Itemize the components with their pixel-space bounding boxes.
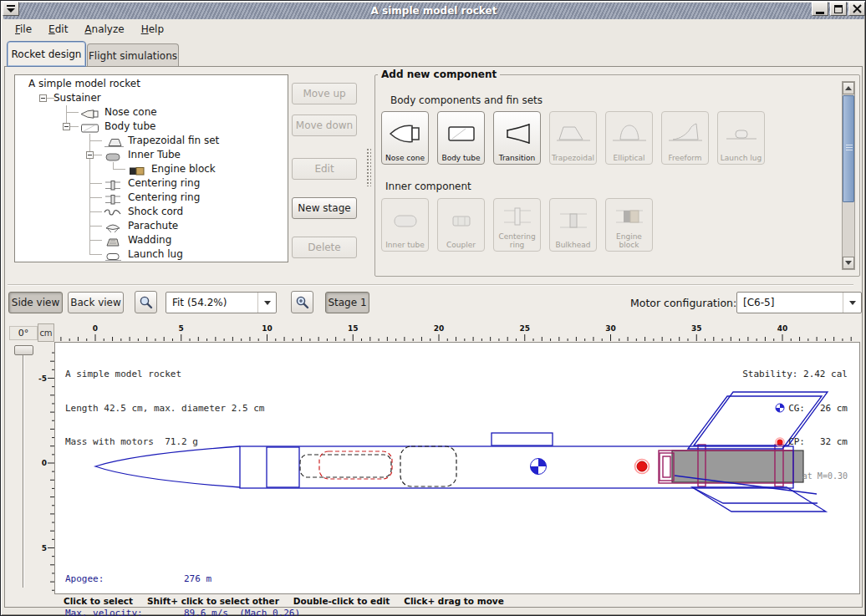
rocket-figure-canvas[interactable]: A simple model rocket Length 42.5 cm, ma… [54, 342, 860, 594]
cg-row: CG: 26 cm [742, 403, 848, 415]
chevron-down-icon [257, 293, 276, 313]
tab-rocket-design[interactable]: Rocket design [7, 41, 86, 67]
trapezoidal-icon [555, 114, 592, 154]
launch-lug-outline[interactable] [492, 433, 553, 445]
stability-line: Stability: 2.42 cal [742, 369, 848, 380]
tree-item-inner-tube[interactable]: Inner Tube [15, 148, 288, 162]
menu-edit[interactable]: Edit [41, 22, 75, 37]
chevron-down-icon [843, 293, 861, 313]
cp-marker [635, 460, 650, 474]
cg-value: 26 cm [808, 403, 848, 415]
max-velocity-label: Max. velocity: [65, 608, 184, 616]
tree-item-label: Sustainer [53, 92, 101, 104]
status-hint: Click+ drag to move [404, 596, 504, 606]
component-panel-scrollbar[interactable] [842, 81, 855, 270]
side-view-button[interactable]: Side view [8, 292, 63, 313]
window-menu-button[interactable] [3, 2, 19, 16]
status-hint: Double-click to edit [293, 596, 390, 606]
motor-configuration-value: [C6-5] [737, 297, 843, 308]
add-coupler-button: Coupler [437, 198, 485, 252]
stage-1-toggle[interactable]: Stage 1 [325, 292, 369, 313]
maximize-button[interactable] [830, 2, 847, 16]
move-up-button: Move up [292, 83, 357, 104]
freeform-icon [667, 114, 704, 154]
add-freeform-button: Freeform [661, 111, 709, 165]
tree-item-label: Centering ring [128, 191, 200, 203]
add-body-tube-button[interactable]: Body tube [437, 111, 485, 165]
cp-icon [775, 437, 785, 447]
new-stage-button[interactable]: New stage [292, 197, 357, 219]
tree-item-sustainer[interactable]: Sustainer [15, 91, 288, 105]
arrow-up-icon [845, 86, 852, 90]
tree-item-centering-ring[interactable]: Centering ring [15, 176, 288, 191]
shock-cord-outline[interactable] [300, 455, 391, 477]
add-nose-cone-button[interactable]: Nose cone [381, 111, 429, 165]
body-components-row: Nose coneBody tubeTransitionTrapezoidalE… [381, 111, 765, 165]
stability-info: Stability: 2.42 cal CG: 26 cm CP: 32 cm … [742, 346, 848, 504]
apogee-label: Apogee: [65, 573, 184, 585]
tree-item-shock-cord[interactable]: Shock cord [15, 205, 288, 219]
magnifier-plus-icon [295, 295, 309, 309]
tree-item-nose-cone[interactable]: Nose cone [15, 105, 288, 120]
menu-help[interactable]: Help [134, 22, 171, 37]
ruler-unit-label: cm [38, 323, 54, 342]
minimize-icon [816, 12, 824, 14]
close-button[interactable] [848, 2, 865, 16]
tree-item-parachute[interactable]: Parachute [15, 219, 288, 233]
cp-value: 32 cm [808, 436, 848, 448]
wadding-outline[interactable] [400, 446, 456, 486]
back-view-button[interactable]: Back view [68, 292, 124, 313]
body-components-label: Body components and fin sets [390, 94, 543, 106]
nose-shoulder[interactable] [267, 447, 299, 487]
window-title: A simple model rocket [3, 5, 864, 17]
scroll-down-button[interactable] [843, 257, 854, 269]
scroll-up-button[interactable] [843, 82, 854, 94]
scrollbar-thumb[interactable] [843, 95, 854, 202]
zoom-level-combobox[interactable]: Fit (54.2%) [166, 292, 277, 313]
tree-expander-minus[interactable] [63, 123, 70, 130]
add-bulkhead-button: Bulkhead [549, 198, 597, 252]
centering-ring-icon [103, 192, 125, 203]
motor-configuration-combobox[interactable]: [C6-5] [736, 292, 862, 313]
shock-cord-icon [103, 206, 125, 217]
flight-info: Apogee: 276 m Max. velocity: 89.6 m/s (M… [65, 551, 300, 616]
svg-text:15: 15 [348, 324, 359, 333]
zoom-out-button[interactable] [135, 291, 157, 313]
rocket-mass-line: Mass with motors 71.2 g [65, 436, 264, 448]
svg-text:30: 30 [605, 324, 616, 333]
tree-item-label: Parachute [128, 220, 178, 232]
component-tree[interactable]: A simple model rocketSustainerNose coneB… [14, 74, 288, 262]
parachute-outline[interactable] [319, 451, 392, 479]
tree-item-trapezoidal-fin-set[interactable]: Trapezoidal fin set [15, 134, 288, 148]
svg-text:5: 5 [179, 324, 184, 333]
parachute-icon [103, 221, 125, 232]
tree-item-launch-lug[interactable]: Launch lug [15, 247, 288, 262]
rotation-slider-track[interactable] [23, 347, 24, 588]
zoom-in-button[interactable] [291, 291, 313, 313]
tree-item-label: Nose cone [104, 106, 157, 118]
body-tube-icon [79, 121, 101, 132]
tree-item-wadding[interactable]: Wadding [15, 233, 288, 247]
tree-item-engine-block[interactable]: Engine block [15, 162, 288, 176]
coupler-icon [443, 201, 480, 241]
split-pane-grip[interactable] [366, 148, 371, 186]
minimize-button[interactable] [812, 2, 828, 16]
tree-expander-minus[interactable] [39, 94, 47, 102]
svg-text:0: 0 [93, 324, 98, 333]
max-velocity-row: Max. velocity: 89.6 m/s (Mach 0.26) [65, 608, 300, 616]
tree-item-body-tube[interactable]: Body tube [15, 120, 288, 134]
menu-file[interactable]: File [8, 22, 39, 37]
menu-analyze[interactable]: Analyze [77, 22, 131, 37]
add-transition-button[interactable]: Transition [493, 111, 541, 165]
tree-item-label: Centering ring [128, 177, 200, 189]
tree-item-centering-ring[interactable]: Centering ring [15, 191, 288, 205]
tree-expander-minus[interactable] [86, 151, 94, 159]
component-button-label: Engine block [607, 232, 651, 249]
component-button-label: Nose cone [385, 154, 425, 162]
tree-item-a-simple-model-rocket[interactable]: A simple model rocket [15, 77, 288, 91]
rotation-slider-handle[interactable] [14, 345, 33, 355]
rocket-dimensions-line: Length 42.5 cm, max. diameter 2.5 cm [65, 403, 264, 415]
arrow-down-icon [845, 261, 852, 265]
tab-flight-simulations[interactable]: Flight simulations [87, 43, 179, 67]
tree-item-label: Shock cord [128, 206, 183, 217]
